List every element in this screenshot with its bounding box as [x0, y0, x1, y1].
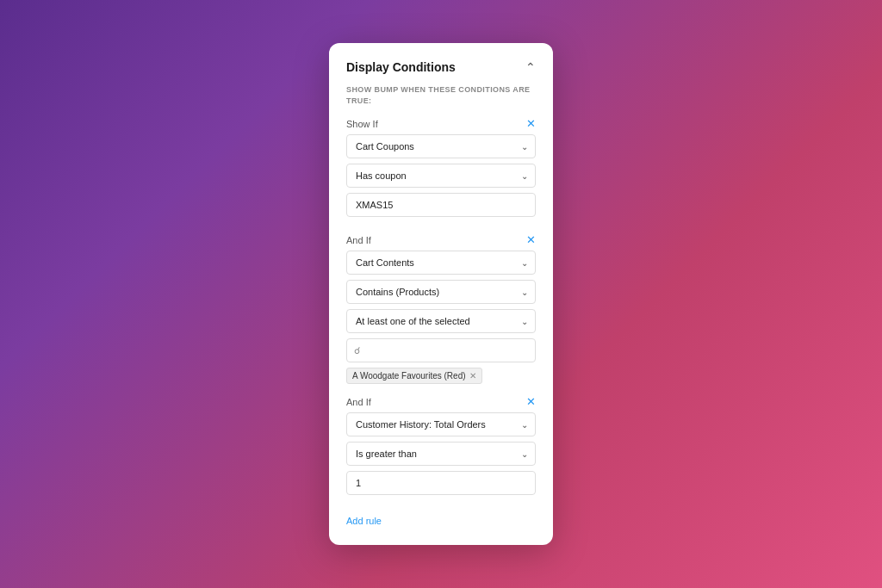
select-wrapper-contains-products: Contains (Products) Does not contain (Pr…	[346, 280, 536, 304]
product-tag-label: A Woodgate Favourites (Red)	[352, 371, 466, 381]
product-tag-remove-icon[interactable]: ✕	[469, 372, 476, 381]
has-coupon-select[interactable]: Has coupon Does not have coupon	[346, 164, 536, 188]
cart-contents-select[interactable]: Cart Coupons Cart Contents Customer Hist…	[346, 251, 536, 275]
condition-label-row-2: And If ✕	[346, 234, 536, 245]
add-rule-link[interactable]: Add rule	[346, 516, 382, 526]
collapse-icon[interactable]: ⌃	[525, 60, 536, 74]
select-wrapper-customer-history: Cart Coupons Cart Contents Customer Hist…	[346, 412, 536, 436]
coupon-code-input[interactable]	[346, 193, 536, 217]
select-wrapper-has-coupon: Has coupon Does not have coupon ⌄	[346, 164, 536, 188]
product-search-wrapper: ☌	[346, 338, 536, 362]
remove-condition-3-icon[interactable]: ✕	[526, 396, 536, 407]
condition-block-and-if-2: And If ✕ Cart Coupons Cart Contents Cust…	[346, 396, 536, 500]
condition-label-1: Show If	[346, 119, 378, 129]
condition-block-show-if: Show If ✕ Cart Coupons Cart Contents Cus…	[346, 118, 536, 222]
modal-title: Display Conditions	[346, 60, 456, 74]
select-wrapper-cart-coupons: Cart Coupons Cart Contents Customer Hist…	[346, 134, 536, 158]
product-tag-woodgate: A Woodgate Favourites (Red) ✕	[346, 368, 482, 384]
display-conditions-modal: Display Conditions ⌃ SHOW BUMP WHEN THES…	[329, 43, 553, 545]
condition-label-row-1: Show If ✕	[346, 118, 536, 129]
product-search-input[interactable]	[346, 338, 536, 362]
remove-condition-2-icon[interactable]: ✕	[526, 234, 536, 245]
contains-products-select[interactable]: Contains (Products) Does not contain (Pr…	[346, 280, 536, 304]
condition-label-3: And If	[346, 397, 371, 407]
condition-label-row-3: And If ✕	[346, 396, 536, 407]
select-wrapper-greater-than: Is greater than Is less than Is equal to…	[346, 442, 536, 466]
customer-history-select[interactable]: Cart Coupons Cart Contents Customer Hist…	[346, 412, 536, 436]
select-wrapper-at-least-one: At least one of the selected All of the …	[346, 309, 536, 333]
condition-block-and-if-1: And If ✕ Cart Coupons Cart Contents Cust…	[346, 234, 536, 384]
select-wrapper-cart-contents: Cart Coupons Cart Contents Customer Hist…	[346, 251, 536, 275]
cart-coupons-select[interactable]: Cart Coupons Cart Contents Customer Hist…	[346, 134, 536, 158]
condition-label-2: And If	[346, 235, 371, 245]
remove-condition-1-icon[interactable]: ✕	[526, 118, 536, 129]
modal-header: Display Conditions ⌃	[346, 60, 536, 74]
selected-products-tags: A Woodgate Favourites (Red) ✕	[346, 368, 536, 384]
order-count-input[interactable]	[346, 471, 536, 495]
greater-than-select[interactable]: Is greater than Is less than Is equal to	[346, 442, 536, 466]
modal-subtitle: SHOW BUMP WHEN THESE CONDITIONS ARE TRUE…	[346, 84, 536, 106]
at-least-one-select[interactable]: At least one of the selected All of the …	[346, 309, 536, 333]
